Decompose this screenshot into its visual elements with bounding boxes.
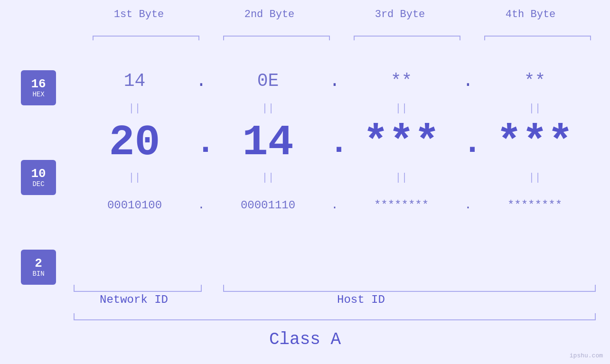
dec-row: 20 . 14 . *** . *** [74, 117, 596, 169]
base-labels: 16 HEX 10 DEC 2 BIN [21, 70, 56, 285]
bin-label: BIN [32, 270, 44, 278]
bin-num: 2 [35, 257, 42, 271]
eq2-2: || [207, 172, 329, 184]
bin-cell-3: ******** [340, 199, 462, 212]
bin-cell-4: ******** [474, 199, 596, 212]
bottom-bracket [74, 313, 596, 320]
eq1-1: || [74, 103, 196, 114]
bracket-3 [354, 36, 460, 37]
dec-dot-2: . [329, 124, 340, 162]
column-headers: 1st Byte 2nd Byte 3rd Byte 4th Byte [74, 9, 596, 20]
eq2-3: || [340, 172, 462, 184]
bin-cell-1: 00010100 [74, 199, 196, 212]
eq2-4: || [474, 172, 596, 184]
eq1-2: || [207, 103, 329, 114]
host-id-label: Host ID [337, 293, 385, 306]
equals-row-2: || || || || [74, 169, 596, 186]
dec-dot-3: . [462, 124, 474, 162]
bin-dot-3: . [462, 199, 474, 212]
bracket-4 [484, 36, 591, 37]
dec-dot-1: . [196, 124, 207, 162]
main-container: 1st Byte 2nd Byte 3rd Byte 4th Byte 16 H… [0, 0, 610, 364]
hex-dot-2: . [329, 71, 340, 91]
bracket-2 [223, 36, 330, 37]
hex-dot-3: . [462, 71, 474, 91]
dec-label: DEC [32, 180, 44, 188]
class-label: Class A [0, 330, 610, 349]
dec-cell-1: 20 [74, 121, 196, 164]
host-bracket [223, 285, 596, 292]
bin-dot-1: . [196, 199, 207, 212]
watermark: ipshu.com [570, 352, 603, 359]
hex-cell-4: ** [474, 71, 596, 91]
hex-cell-2: 0E [207, 71, 329, 91]
dec-cell-3: *** [340, 121, 462, 164]
col-header-3: 3rd Byte [335, 9, 465, 20]
bin-row: 00010100 . 00001110 . ******** . *******… [74, 186, 596, 224]
bin-dot-2: . [329, 199, 340, 212]
network-bracket [74, 285, 202, 292]
rows-area: 14 . 0E . ** . ** || || || || 20 . 14 . … [74, 62, 596, 224]
hex-badge: 16 HEX [21, 70, 56, 105]
bin-cell-2: 00001110 [207, 199, 329, 212]
dec-cell-2: 14 [207, 121, 329, 164]
hex-row: 14 . 0E . ** . ** [74, 62, 596, 100]
hex-cell-1: 14 [74, 71, 196, 91]
hex-cell-3: ** [340, 71, 462, 91]
eq1-3: || [340, 103, 462, 114]
dec-cell-4: *** [474, 121, 596, 164]
equals-row-1: || || || || [74, 100, 596, 117]
dec-badge: 10 DEC [21, 160, 56, 195]
col-header-2: 2nd Byte [204, 9, 335, 20]
network-id-label: Network ID [100, 293, 168, 306]
eq2-1: || [74, 172, 196, 184]
hex-dot-1: . [196, 71, 207, 91]
col-header-1: 1st Byte [74, 9, 204, 20]
bin-badge: 2 BIN [21, 250, 56, 285]
bracket-1 [93, 36, 199, 37]
dec-num: 10 [31, 167, 46, 181]
eq1-4: || [474, 103, 596, 114]
col-header-4: 4th Byte [465, 9, 596, 20]
hex-num: 16 [31, 77, 46, 91]
hex-label: HEX [32, 91, 44, 98]
